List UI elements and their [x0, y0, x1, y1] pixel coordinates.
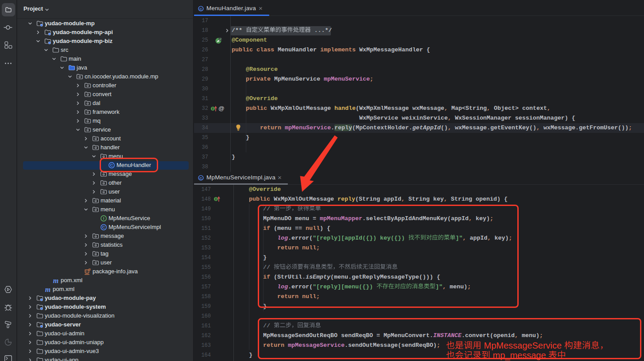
svg-text:C: C: [200, 176, 202, 180]
svg-text:C: C: [200, 7, 202, 11]
svg-text:m: m: [45, 286, 50, 293]
svg-text:m: m: [53, 277, 58, 284]
svg-text:I: I: [103, 216, 105, 221]
svg-text:C: C: [102, 225, 105, 229]
